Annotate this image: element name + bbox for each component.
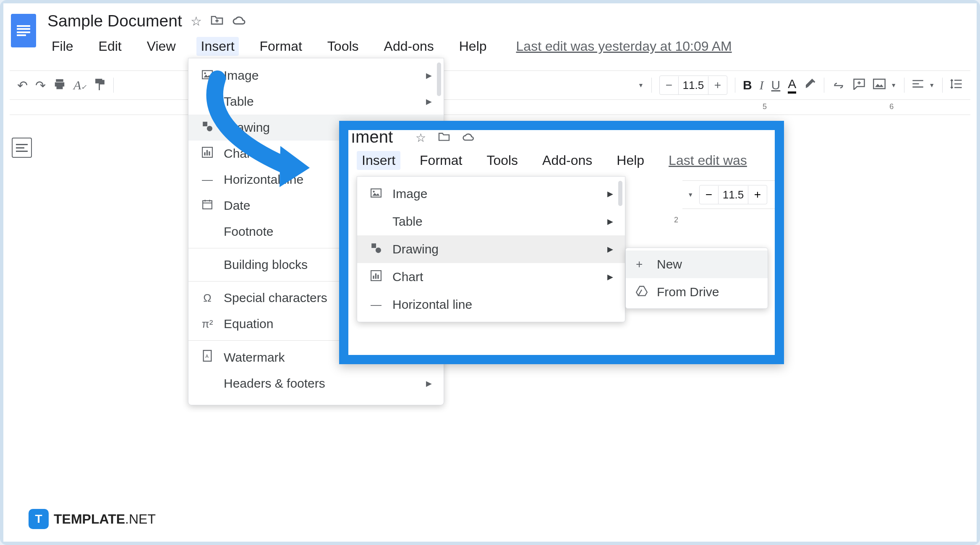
paint-format-icon[interactable] (94, 78, 106, 93)
font-dropdown-icon[interactable]: ▼ (687, 191, 693, 198)
align-icon[interactable] (912, 78, 924, 92)
callout-menu-insert[interactable]: Insert (357, 151, 400, 170)
underline-icon[interactable]: U (771, 78, 781, 92)
menu-edit[interactable]: Edit (94, 37, 126, 56)
callout-ruler: 2 (657, 214, 775, 227)
ruler: 5 6 (10, 100, 970, 115)
image-dropdown-icon[interactable]: ▼ (891, 82, 896, 89)
outline-toggle[interactable] (12, 138, 32, 158)
watermark-badge-icon: T (29, 509, 49, 529)
font-dropdown-icon[interactable]: ▼ (638, 82, 644, 89)
font-size-increase[interactable]: + (748, 185, 767, 204)
move-folder-icon[interactable] (210, 14, 224, 28)
docs-logo-icon[interactable] (11, 14, 36, 47)
svg-rect-18 (375, 273, 376, 279)
svg-rect-17 (373, 276, 374, 279)
svg-rect-19 (377, 274, 379, 279)
watermark-text: TEMPLATE.NET (54, 511, 156, 527)
callout-toolbar: ▼ − 11.5 + (682, 180, 775, 209)
watermark-icon: A (200, 350, 214, 365)
menu-help[interactable]: Help (455, 37, 491, 56)
ruler-number-6: 6 (889, 102, 894, 111)
spellcheck-icon[interactable]: A✓ (73, 78, 86, 92)
align-dropdown-icon[interactable]: ▼ (929, 82, 935, 89)
svg-rect-9 (203, 201, 212, 209)
insert-equation-label: Equation (224, 317, 273, 331)
drawing-new[interactable]: + New (626, 250, 768, 278)
drawing-new-label: New (657, 257, 682, 271)
callout-insert-image-label: Image (392, 187, 427, 201)
callout-insert-chart[interactable]: Chart ▶ (357, 263, 625, 291)
move-folder-icon[interactable] (438, 131, 450, 145)
insert-link-icon[interactable] (832, 78, 845, 92)
insert-footnote-label: Footnote (224, 224, 273, 239)
title-row: Sample Document ☆ (47, 12, 247, 30)
drawing-from-drive[interactable]: From Drive (626, 278, 768, 306)
cloud-status-icon[interactable] (232, 14, 247, 28)
callout-menu-addons[interactable]: Add-ons (537, 151, 597, 170)
insert-headers-footers-label: Headers & footers (224, 376, 325, 391)
document-title[interactable]: Sample Document (47, 12, 182, 30)
print-icon[interactable] (53, 78, 66, 93)
outline-icon (12, 138, 32, 158)
drive-icon (636, 285, 648, 299)
equation-icon: π² (200, 318, 214, 331)
font-size-value[interactable]: 11.5 (678, 76, 708, 94)
menu-addons[interactable]: Add-ons (380, 37, 438, 56)
highlight-icon[interactable] (804, 78, 816, 93)
insert-headers-footers[interactable]: Headers & footers ▶ (188, 370, 444, 396)
chart-icon (369, 270, 383, 284)
separator (824, 78, 824, 93)
omega-icon: Ω (200, 292, 214, 305)
menu-view[interactable]: View (143, 37, 180, 56)
cloud-status-icon[interactable] (462, 131, 476, 145)
callout-insert-drawing[interactable]: Drawing ▶ (357, 235, 625, 263)
callout-font-size-control: − 11.5 + (699, 185, 767, 204)
italic-icon[interactable]: I (760, 78, 764, 92)
hline-icon: — (369, 298, 383, 311)
last-edit-link[interactable]: Last edit was yesterday at 10:09 AM (516, 39, 732, 54)
callout-title-icons: ☆ (416, 131, 476, 145)
add-comment-icon[interactable] (853, 78, 865, 93)
star-icon[interactable]: ☆ (191, 14, 202, 29)
callout-font-size-value[interactable]: 11.5 (718, 186, 748, 204)
callout-insert-image[interactable]: Image ▶ (357, 180, 625, 208)
redo-icon[interactable]: ↷ (35, 78, 46, 93)
callout-insert-hline-label: Horizontal line (392, 297, 472, 312)
undo-icon[interactable]: ↶ (17, 78, 28, 93)
menu-scrollbar[interactable] (437, 63, 441, 96)
separator (651, 78, 652, 93)
callout-insert-table[interactable]: Table ▶ (357, 208, 625, 235)
callout-insert-menu: Image ▶ Table ▶ Drawing ▶ Chart ▶ (357, 176, 625, 322)
font-size-increase[interactable]: + (708, 76, 727, 94)
menu-insert[interactable]: Insert (196, 37, 238, 56)
svg-rect-14 (371, 243, 376, 248)
callout-insert-hline[interactable]: — Horizontal line (357, 291, 625, 318)
callout-last-edit[interactable]: Last edit was (664, 151, 752, 170)
template-net-watermark: T TEMPLATE.NET (29, 509, 156, 529)
plus-icon: + (636, 258, 648, 271)
font-size-decrease[interactable]: − (700, 185, 718, 204)
text-color-icon[interactable]: A (788, 77, 796, 94)
callout-insert-drawing-label: Drawing (392, 242, 439, 256)
bold-icon[interactable]: B (743, 78, 752, 92)
menu-format[interactable]: Format (256, 37, 306, 56)
callout-overlay: ıment ☆ Insert Format Tools Add-ons Help… (339, 121, 784, 364)
separator (735, 78, 735, 93)
star-icon[interactable]: ☆ (416, 131, 426, 145)
callout-menu-format[interactable]: Format (415, 151, 467, 170)
line-spacing-icon[interactable] (950, 78, 963, 92)
callout-menu-tools[interactable]: Tools (481, 151, 523, 170)
watermark-net: .NET (125, 511, 156, 527)
image-icon (369, 188, 383, 201)
annotation-arrow-icon (192, 70, 327, 196)
callout-menu-help[interactable]: Help (612, 151, 649, 170)
insert-image-toolbar-icon[interactable] (873, 78, 886, 92)
menu-tools[interactable]: Tools (323, 37, 363, 56)
font-size-decrease[interactable]: − (660, 76, 678, 94)
menu-file[interactable]: File (47, 37, 78, 56)
svg-rect-0 (874, 79, 886, 89)
insert-watermark-label: Watermark (224, 350, 285, 365)
submenu-arrow-icon: ▶ (426, 379, 432, 388)
menu-bar: File Edit View Insert Format Tools Add-o… (47, 37, 732, 56)
